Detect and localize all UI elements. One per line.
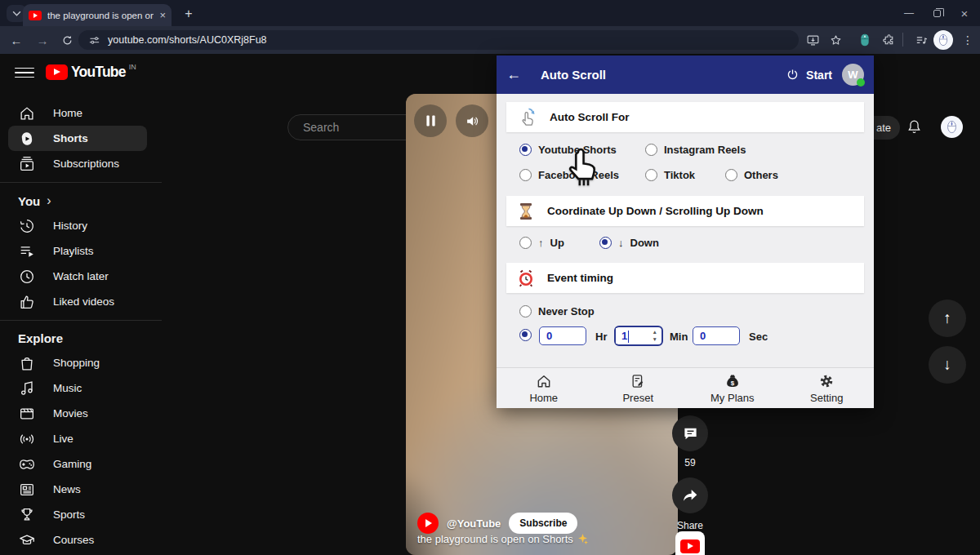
option-never-stop[interactable]: Never Stop: [519, 305, 595, 317]
sidebar-item-gaming[interactable]: Gaming: [8, 451, 147, 477]
option-label: Others: [744, 169, 778, 181]
window-restore-button[interactable]: [924, 0, 949, 26]
sidebar-item-watch-later[interactable]: Watch later: [8, 264, 147, 289]
panel-nav-home[interactable]: Home: [497, 368, 591, 408]
sidebar-item-sports[interactable]: Sports: [8, 502, 147, 527]
sidebar-section-you[interactable]: You ›: [0, 189, 172, 213]
online-status-dot: [857, 78, 865, 87]
previous-short-button[interactable]: ↑: [929, 300, 966, 337]
mute-button[interactable]: [456, 104, 488, 137]
radio-icon[interactable]: [645, 144, 657, 156]
bookmark-button[interactable]: [826, 31, 844, 49]
sidebar-item-shopping[interactable]: Shopping: [8, 350, 147, 375]
channel-handle[interactable]: @YouTube: [447, 517, 501, 530]
option-label: Tiktok: [664, 169, 695, 181]
start-button[interactable]: Start: [786, 68, 832, 82]
minutes-input-wrapper[interactable]: ▲ ▼: [614, 326, 663, 346]
window-close-button[interactable]: ×: [952, 0, 977, 26]
sidebar-item-courses[interactable]: Courses: [8, 527, 147, 553]
sidebar-item-playlists[interactable]: Playlists: [8, 238, 147, 264]
panel-back-button[interactable]: ←: [506, 66, 521, 83]
browser-tab[interactable]: the playground is open on Shor ×: [23, 4, 172, 26]
sidebar-item-movies[interactable]: Movies: [8, 401, 147, 426]
save-page-button[interactable]: [804, 31, 822, 49]
notifications-button[interactable]: [906, 118, 923, 135]
radio-icon[interactable]: [519, 305, 532, 317]
section-label: Explore: [18, 331, 63, 345]
browser-profile-avatar[interactable]: [933, 30, 953, 50]
sidebar-item-history[interactable]: History: [8, 213, 147, 238]
sidebar-item-news[interactable]: News: [8, 477, 147, 502]
sidebar-item-label: Shorts: [53, 132, 88, 144]
tab-close-icon[interactable]: ×: [159, 9, 166, 21]
sidebar-item-shorts[interactable]: Shorts: [8, 126, 147, 151]
sidebar-item-subscriptions[interactable]: Subscriptions: [8, 151, 147, 176]
option-instagram-reels[interactable]: Instagram Reels: [645, 144, 746, 156]
panel-nav-preset[interactable]: Preset: [591, 368, 686, 408]
card-title: Event timing: [547, 272, 613, 284]
hours-input[interactable]: [539, 326, 586, 345]
option-label: Never Stop: [538, 305, 595, 317]
alarm-clock-icon: [516, 269, 536, 288]
comments-button[interactable]: [672, 415, 708, 451]
bell-icon: [906, 118, 923, 135]
radio-icon[interactable]: [645, 169, 657, 181]
browser-menu-button[interactable]: ⋮: [959, 31, 977, 49]
option-down[interactable]: ↓ Down: [599, 237, 659, 249]
pause-button[interactable]: [414, 104, 447, 137]
browser-reload-button[interactable]: [57, 30, 77, 50]
share-label: Share: [662, 520, 719, 531]
option-tiktok[interactable]: Tiktok: [645, 169, 695, 181]
panel-nav-my-plans[interactable]: $ My Plans: [685, 368, 780, 408]
seconds-unit-label: Sec: [749, 331, 768, 343]
autoscroll-extension-button[interactable]: [856, 31, 874, 49]
option-custom-time[interactable]: [519, 329, 532, 341]
option-others[interactable]: Others: [725, 169, 778, 181]
subscribe-button[interactable]: Subscribe: [509, 513, 577, 534]
youtube-logo[interactable]: YouTube IN: [46, 63, 136, 82]
site-settings-icon[interactable]: [88, 34, 100, 47]
radio-icon[interactable]: [725, 169, 737, 181]
new-tab-button[interactable]: +: [180, 6, 198, 22]
sidebar-item-live[interactable]: Live: [8, 426, 147, 451]
youtube-sidebar: Home Shorts Subscriptions You › History …: [0, 91, 172, 555]
youtube-region-label: IN: [129, 63, 136, 71]
radio-selected-icon[interactable]: [599, 237, 612, 249]
channel-avatar[interactable]: [417, 513, 439, 534]
next-short-button[interactable]: ↓: [929, 346, 966, 384]
extensions-button[interactable]: [880, 31, 898, 49]
music-note-icon: [18, 380, 36, 397]
window-minimize-button[interactable]: —: [897, 0, 921, 26]
youtube-profile-avatar[interactable]: [941, 116, 963, 138]
panel-header: ← Auto Scroll Start W: [497, 56, 874, 94]
panel-nav-setting[interactable]: Setting: [780, 368, 875, 408]
sidebar-item-label: Subscriptions: [53, 158, 119, 170]
spinner-down-icon[interactable]: ▼: [653, 335, 657, 343]
spinner-up-icon[interactable]: ▲: [653, 328, 657, 335]
event-timing-card: Event timing: [506, 263, 864, 293]
number-spinner[interactable]: ▲ ▼: [653, 328, 657, 343]
radio-selected-icon[interactable]: [519, 329, 532, 341]
radio-icon[interactable]: [519, 237, 532, 249]
browser-back-button[interactable]: ←: [7, 30, 26, 50]
browser-forward-button[interactable]: →: [33, 30, 52, 50]
sidebar-divider: [0, 320, 162, 321]
sidebar-item-home[interactable]: Home: [8, 100, 147, 126]
radio-icon[interactable]: [519, 169, 532, 181]
shorts-icon: [18, 130, 36, 148]
card-title: Coordinate Up Down / Scrolling Up Down: [547, 205, 764, 217]
guide-menu-button[interactable]: [15, 64, 34, 82]
sidebar-item-liked-videos[interactable]: Liked videos: [8, 289, 147, 314]
seconds-input[interactable]: [693, 326, 740, 345]
tab-queue-button[interactable]: [912, 31, 930, 49]
video-caption[interactable]: the playground is open on Shorts: [417, 533, 588, 545]
screen: the playground is open on Shor × + — × ←…: [0, 0, 980, 555]
panel-avatar[interactable]: W: [842, 64, 864, 86]
radio-selected-icon[interactable]: [519, 144, 532, 156]
nav-label: Home: [529, 392, 558, 404]
share-button[interactable]: [672, 477, 708, 513]
sound-thumbnail[interactable]: [675, 531, 705, 555]
sidebar-item-music[interactable]: Music: [8, 375, 147, 401]
option-up[interactable]: ↑ Up: [519, 237, 564, 249]
url-bar[interactable]: youtube.com/shorts/AUC0XRj8Fu8: [78, 30, 799, 50]
